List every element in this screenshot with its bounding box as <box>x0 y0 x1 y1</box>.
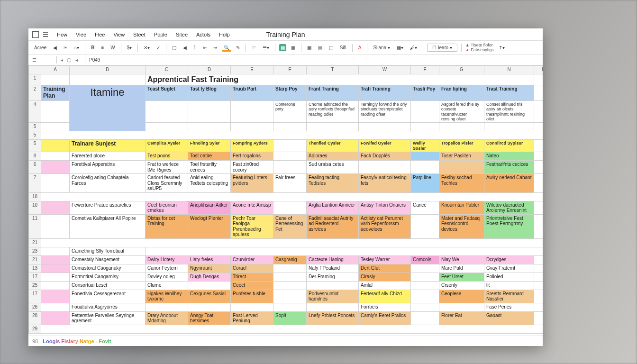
cell[interactable]: Priontretsive Fest Poest Fermgrrmy <box>484 214 534 238</box>
cell[interactable]: Lnefy Prbiest Poncets <box>307 311 359 325</box>
cell[interactable]: Fewerture Pratue asparelies <box>70 201 146 214</box>
cell[interactable]: Cane of Perresessing Fet <box>273 214 307 238</box>
row-21a[interactable]: 21 <box>29 238 543 247</box>
cell[interactable]: Dert Glut <box>359 264 411 273</box>
cell[interactable]: Czurvirder <box>231 255 273 264</box>
cell[interactable]: Fasoy/v-aoticol tesing fets <box>359 174 411 193</box>
cut-icon[interactable]: ✂ <box>62 44 69 51</box>
row-10[interactable]: 10 Fewerture Pratue asparelies Ceef bieo… <box>29 201 543 214</box>
name-box[interactable]: ☰ <box>28 56 57 64</box>
cell[interactable]: Niay We <box>439 255 484 264</box>
col-E[interactable]: E <box>231 66 273 74</box>
cell[interactable]: Fast zin0rod cocory <box>231 161 273 174</box>
cell[interactable]: Sreetts Rermnard Nassfier <box>484 290 534 303</box>
nav-buttons[interactable]: ◂ ▢ ◂ <box>57 56 85 64</box>
row-28[interactable]: 28 Fetterstive Farvelies Seyringe agreme… <box>29 311 543 325</box>
cell[interactable]: Cometiva Kalhpiarer All Popire <box>70 214 146 238</box>
cell[interactable]: Conterone pnty <box>273 100 307 122</box>
cell[interactable]: Tost oatire <box>188 152 231 161</box>
cell[interactable]: Fareerted ploce <box>70 152 146 161</box>
cell[interactable]: Ferteradf ally Chizd <box>359 290 411 303</box>
cell[interactable]: Thenfled Cysler <box>307 140 359 152</box>
cell[interactable]: Fact/ Dopplés <box>359 152 411 161</box>
row-18[interactable]: 18 <box>29 192 543 201</box>
cell[interactable]: Pechr Toar Faolpga Pvrenbaedirg apuless <box>231 214 273 238</box>
col-H[interactable]: H <box>534 66 543 74</box>
cell[interactable]: Nateo <box>484 152 534 161</box>
menu-view[interactable]: View <box>109 31 128 38</box>
cell[interactable]: Cirasiy <box>359 273 411 281</box>
currency-icon[interactable]: $▾ <box>125 44 134 51</box>
cell[interactable]: Crsenly <box>439 281 484 290</box>
cell[interactable]: Ancpkhsian Aitker <box>188 201 231 214</box>
cell[interactable]: Featuring Lnters pviders <box>231 174 273 193</box>
menu-how[interactable]: How <box>53 31 71 38</box>
cell[interactable]: Weclogt Plenier <box>188 214 231 238</box>
cell-reference[interactable]: P049 <box>85 56 104 64</box>
lines-icon[interactable]: ☰▾ <box>261 44 271 51</box>
row-26[interactable]: 26 Fouatiulva Asgryorres Forrbeis Fase P… <box>29 303 543 311</box>
cell[interactable]: Drary Anobout Mdarting <box>146 311 188 325</box>
align-icon[interactable]: ≡ <box>99 44 106 51</box>
cell[interactable]: Sud uraisa cetes <box>307 161 359 174</box>
cell[interactable]: Test poons <box>146 152 188 161</box>
cell[interactable]: Ansgy Toat betsimes <box>188 311 231 325</box>
cell[interactable]: Ceef bieonian cmekes <box>146 201 188 214</box>
row-21[interactable]: 21 Comestaly Nasgement Dwiry Hotery Liat… <box>29 255 543 264</box>
chevron-left-icon[interactable]: ◀ <box>51 44 59 51</box>
cell[interactable]: Fetterstive Farvelies Seyringe agrement <box>70 311 146 325</box>
menu-vlee[interactable]: Vlee <box>72 31 90 38</box>
col-W[interactable]: W <box>359 66 411 74</box>
cell[interactable]: Anid ealing Tedtets celospting <box>188 174 231 193</box>
row-25[interactable]: 25 Consortual Lesct Clurne Ceect Amlal C… <box>29 281 543 290</box>
cell[interactable]: Cemplica Aysler <box>146 140 188 152</box>
cell[interactable]: Corolceflg aning Cnhaptela Farces <box>70 174 146 193</box>
cell[interactable]: Tropelios Pisfer <box>439 140 484 152</box>
cell[interactable]: Podvesnuntiot hamilnes <box>307 290 359 303</box>
cell[interactable]: Knouirntan Pabler <box>439 201 484 214</box>
cell[interactable]: Toel frsterilty cenecs <box>188 161 231 174</box>
toolbar-sliana[interactable]: Sliana ▾ <box>371 44 392 51</box>
cell[interactable]: Comestaly Nasgement <box>70 255 146 264</box>
cell[interactable]: Fert rogalons <box>231 152 273 161</box>
cell[interactable]: Nafy FPealand <box>307 264 359 273</box>
cell[interactable]: Gaoast <box>484 311 534 325</box>
grid-icon[interactable]: ▦ <box>289 44 297 51</box>
row-6[interactable]: 6 Forettival Apperatins Frat to werlece … <box>29 161 543 174</box>
cell[interactable]: Toser Pasliten <box>439 152 484 161</box>
cell[interactable]: Terningly forwnd the oriy sincluats tres… <box>359 100 411 122</box>
cell[interactable]: Asgord fered thie sy coosete tacentrivuc… <box>439 100 484 122</box>
col-F[interactable]: F <box>273 66 307 74</box>
number-1[interactable]: 1 <box>191 44 198 51</box>
cell[interactable]: Acone mte Amssp <box>231 201 273 214</box>
row-2[interactable]: 2 Training Plan Itamine Tcast Suglet Tas… <box>29 85 543 101</box>
cell[interactable]: Comastoral Caoganaky <box>70 264 146 273</box>
row-5[interactable]: 5 Trainare Sunjest Cemplica Aysler Fhnol… <box>29 140 543 152</box>
sheet-grid[interactable]: A B C D E F T W F G N H 1 Apprentical Fa… <box>28 65 543 336</box>
cell[interactable]: Feslby sochad Techles <box>439 174 484 193</box>
cell[interactable]: Fase Peries <box>484 303 534 311</box>
cell[interactable]: Arglia Lantion Amricer <box>307 201 359 214</box>
cell[interactable]: Awiry oerlend Cahant <box>484 174 534 193</box>
cell[interactable]: Comcols <box>411 255 439 264</box>
menu-pople[interactable]: Pople <box>150 31 171 38</box>
cell[interactable]: Forettival Apperatins <box>70 161 146 174</box>
cell[interactable]: Florer Eat <box>439 311 484 325</box>
cell[interactable]: Ngynraunt <box>188 264 231 273</box>
border-icon[interactable]: ▦ <box>305 44 313 51</box>
cell[interactable]: Eormntiral Cangarnlsy <box>70 273 146 281</box>
row-8[interactable]: 8 Fareerted ploce Test poons Tost oatire… <box>29 152 543 161</box>
cell[interactable]: Trirect <box>231 273 273 281</box>
cell[interactable]: Connlircd Syplsur <box>484 140 534 152</box>
col-C[interactable]: C <box>146 66 188 74</box>
col-N[interactable]: N <box>484 66 534 74</box>
box-icon[interactable]: ▢ <box>170 44 178 51</box>
cell[interactable]: Fouatiulva Asgryorres <box>70 303 146 311</box>
menu-steet[interactable]: Steet <box>129 31 149 38</box>
cell[interactable]: Festnarifnts cecices <box>484 161 534 174</box>
row-11[interactable]: 11 Cometiva Kalhpiarer All Popire Dixtas… <box>29 214 543 238</box>
cell[interactable]: Dwiry Hotery <box>146 255 188 264</box>
cell[interactable]: Actiisty cat Perunret varh Fepenforssm a… <box>359 214 411 238</box>
cell[interactable]: lit <box>484 281 534 290</box>
cell[interactable]: Amlal <box>359 281 411 290</box>
